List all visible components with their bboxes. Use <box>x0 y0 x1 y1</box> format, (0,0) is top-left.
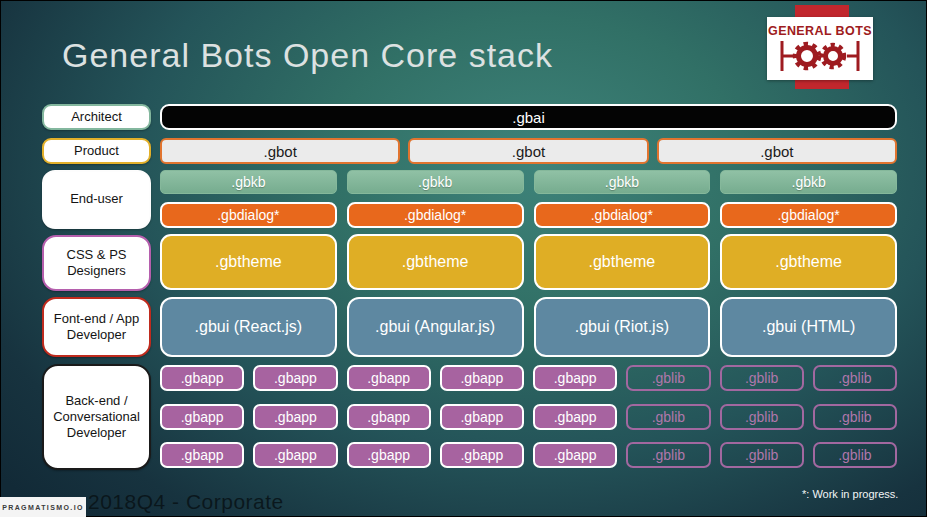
gbapp-box: .gbapp <box>160 442 244 468</box>
gbapp-box: .gbapp <box>440 365 524 391</box>
role-label-end-user: End-user <box>42 170 151 229</box>
row-gbai: .gbai <box>160 104 897 130</box>
gblib-box: .gblib <box>813 442 897 468</box>
gblib-box: .gblib <box>626 365 710 391</box>
gblib-box: .gblib <box>720 365 804 391</box>
logo-brand-text: GENERAL BOTS <box>768 24 872 38</box>
pragmatismo-watermark: PRAGMATISMO.IO <box>0 497 86 517</box>
two-gears-icon <box>774 39 866 73</box>
gblib-box: .gblib <box>813 404 897 430</box>
gbtheme-box: .gbtheme <box>534 234 711 290</box>
gbai-box: .gbai <box>160 104 897 130</box>
gbapp-box: .gbapp <box>440 404 524 430</box>
gbapp-box: .gbapp <box>160 365 244 391</box>
gbot-box: .gbot <box>160 138 400 164</box>
gbapp-box: .gbapp <box>253 365 337 391</box>
gbapp-box: .gbapp <box>347 365 431 391</box>
gbapp-box: .gbapp <box>533 442 617 468</box>
page-title: General Bots Open Core stack <box>62 36 553 75</box>
row-gbtheme: .gbtheme .gbtheme .gbtheme .gbtheme <box>160 234 897 290</box>
row-gbapp-3: .gbapp .gbapp .gbapp .gbapp .gbapp .gbli… <box>160 442 897 468</box>
row-gbapp-2: .gbapp .gbapp .gbapp .gbapp .gbapp .gbli… <box>160 404 897 430</box>
row-gbot: .gbot .gbot .gbot <box>160 138 897 164</box>
work-in-progress-footnote: *: Work in progress. <box>802 488 898 500</box>
row-gbui: .gbui (React.js) .gbui (Angular.js) .gbu… <box>160 297 897 357</box>
gbtheme-box: .gbtheme <box>160 234 337 290</box>
role-label-frontend-app-developer: Font-end / App Developer <box>42 297 151 357</box>
gbapp-box: .gbapp <box>533 365 617 391</box>
role-label-product: Product <box>42 138 151 164</box>
gbtheme-box: .gbtheme <box>347 234 524 290</box>
gbapp-box: .gbapp <box>160 404 244 430</box>
footer-text: 2018Q4 - Corporate <box>88 490 284 514</box>
gbui-html-box: .gbui (HTML) <box>720 297 897 357</box>
role-label-backend-conversational-developer: Back-end / Conversational Developer <box>42 364 151 470</box>
gbdialog-box: .gbdialog* <box>347 202 524 228</box>
gblib-box: .gblib <box>720 404 804 430</box>
gbapp-box: .gbapp <box>533 404 617 430</box>
gbui-react-box: .gbui (React.js) <box>160 297 337 357</box>
gbdialog-box: .gbdialog* <box>720 202 897 228</box>
role-label-architect: Architect <box>42 104 151 130</box>
slide: General Bots Open Core stack GENERAL BOT… <box>0 0 927 517</box>
gblib-box: .gblib <box>626 442 710 468</box>
gbapp-box: .gbapp <box>253 442 337 468</box>
row-gbapp-1: .gbapp .gbapp .gbapp .gbapp .gbapp .gbli… <box>160 365 897 391</box>
gbkb-box: .gbkb <box>160 170 337 194</box>
general-bots-logo: GENERAL BOTS <box>767 17 873 80</box>
gblib-box: .gblib <box>626 404 710 430</box>
gblib-box: .gblib <box>813 365 897 391</box>
gbot-box: .gbot <box>408 138 648 164</box>
gbkb-box: .gbkb <box>720 170 897 194</box>
gbtheme-box: .gbtheme <box>720 234 897 290</box>
gbui-angular-box: .gbui (Angular.js) <box>347 297 524 357</box>
gbdialog-box: .gbdialog* <box>534 202 711 228</box>
gbot-box: .gbot <box>657 138 897 164</box>
gbapp-box: .gbapp <box>347 442 431 468</box>
row-gbkb: .gbkb .gbkb .gbkb .gbkb <box>160 170 897 194</box>
gbui-riot-box: .gbui (Riot.js) <box>534 297 711 357</box>
role-label-css-ps-designers: CSS & PS Designers <box>42 235 151 291</box>
gbapp-box: .gbapp <box>253 404 337 430</box>
gbapp-box: .gbapp <box>347 404 431 430</box>
gbdialog-box: .gbdialog* <box>160 202 337 228</box>
row-gbdialog: .gbdialog* .gbdialog* .gbdialog* .gbdial… <box>160 202 897 228</box>
gblib-box: .gblib <box>720 442 804 468</box>
gbkb-box: .gbkb <box>347 170 524 194</box>
gbapp-box: .gbapp <box>440 442 524 468</box>
gbkb-box: .gbkb <box>534 170 711 194</box>
